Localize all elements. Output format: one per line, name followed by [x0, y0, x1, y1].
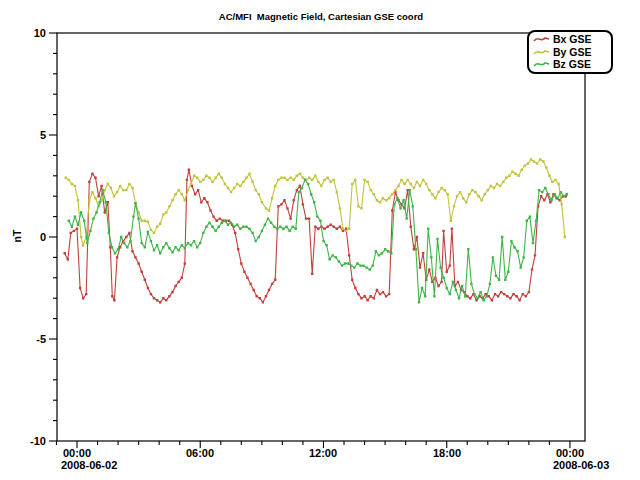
y-tick-label-10: 10 — [12, 27, 46, 40]
y-tick-label-0: 0 — [12, 231, 46, 244]
plot-window: AC/MFI Magnetic Field, Cartesian GSE coo… — [0, 0, 640, 480]
legend-label-by: By GSE — [553, 47, 592, 58]
y-tick-label-5: 5 — [12, 129, 46, 142]
bz-line-sample-icon — [533, 60, 550, 69]
start-date-label: 2008-06-02 — [61, 459, 117, 471]
legend-entry-bz: Bz GSE — [533, 58, 611, 71]
x-tick-label-0600: 06:00 — [175, 447, 225, 459]
y-tick-label-neg5: -5 — [12, 333, 46, 346]
x-tick-label-1200: 12:00 — [298, 447, 348, 459]
end-date-label: 2008-06-03 — [553, 459, 609, 471]
x-tick-label-0000-end: 00:00 — [545, 447, 595, 459]
x-tick-label-1800: 18:00 — [422, 447, 472, 459]
x-tick-label-0000-start: 00:00 — [52, 447, 102, 459]
legend: Bx GSE By GSE Bz GSE — [527, 30, 613, 74]
by-line-sample-icon — [533, 48, 550, 57]
y-tick-label-neg10: -10 — [12, 435, 46, 448]
legend-label-bx: Bx GSE — [553, 34, 592, 45]
legend-label-bz: Bz GSE — [553, 59, 591, 70]
legend-entry-bx: Bx GSE — [533, 33, 611, 46]
bx-line-sample-icon — [533, 35, 550, 44]
legend-entry-by: By GSE — [533, 46, 611, 59]
